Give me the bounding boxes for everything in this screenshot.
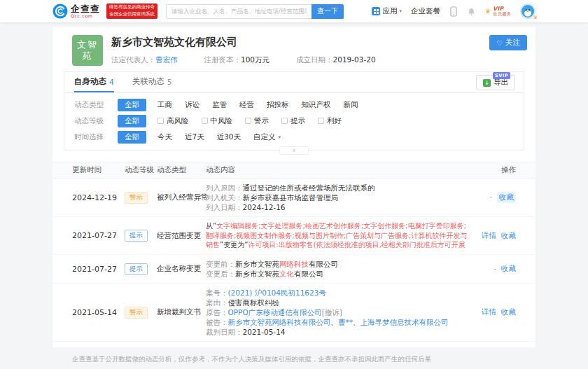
dash-placeholder: -: [489, 192, 492, 203]
filter-option[interactable]: 今天: [158, 132, 172, 142]
row-dynamic-type: 被列入经营异常: [157, 193, 206, 202]
filter-option[interactable]: 高风险: [158, 116, 189, 126]
avatar-medal-icon: ♛: [533, 15, 538, 20]
table-header-cell: 更新时间: [72, 165, 125, 175]
established-date: 成立日期：2019-03-20: [296, 55, 376, 65]
detail-link[interactable]: 详情: [482, 231, 496, 241]
filter-chip-all[interactable]: 全部: [118, 115, 146, 127]
table-row: 2021-07-27提示经营范围变更从“文字编辑服务;文字处理服务;绘画艺术创作…: [52, 217, 536, 255]
filter-option[interactable]: 近30天: [217, 132, 241, 142]
logo-text: 企查查: [71, 4, 100, 13]
filter-option[interactable]: 监管: [212, 100, 227, 110]
qcc-logo[interactable]: 企查查 Qcc.com 缔造有远见的商业传奇 全国企业信用查询系统: [52, 4, 158, 19]
filter-option-label: 工商: [158, 100, 172, 110]
filter-option[interactable]: 工商: [158, 100, 172, 110]
content-link[interactable]: OPPO广东移动通信有限公司: [228, 308, 322, 316]
row-level-cell: 提示: [125, 263, 157, 275]
row-actions: 详情收藏: [475, 307, 516, 317]
content-text: 新乡市文智苑: [235, 270, 279, 278]
tab-related-dynamics[interactable]: 关联动态5: [132, 72, 172, 92]
content-text: 、: [331, 318, 339, 326]
row-level-cell: 警示: [125, 307, 157, 319]
row-update-date: 2021-05-14: [72, 308, 125, 317]
chevron-down-icon: ▾: [399, 8, 402, 14]
filter-option-label: 提示: [290, 116, 305, 126]
chevron-up-icon: ∧: [292, 148, 295, 153]
checkbox[interactable]: [245, 118, 251, 124]
follow-button[interactable]: ♡ 关注: [489, 35, 527, 50]
content-text: 列入原因：: [206, 183, 243, 192]
content-text: 从“: [206, 222, 216, 230]
vip-membership[interactable]: ♛ VIP 会员服务: [485, 6, 511, 18]
filter-option-label: 高风险: [167, 116, 189, 126]
export-icon: ↓: [483, 79, 491, 87]
filter-option-label: 近30天: [217, 132, 241, 142]
filter-option[interactable]: 近7天: [185, 132, 204, 142]
row-actions: -收藏: [475, 264, 516, 274]
crown-icon: ♛: [485, 8, 491, 15]
content-text: 案由：: [206, 298, 228, 307]
content-link[interactable]: 曹**: [338, 318, 353, 326]
filter-option[interactable]: 中风险: [202, 116, 233, 126]
table-row: 2021-05-14警示新增裁判文书案号：(2021) 沪0104民初11623…: [52, 284, 536, 342]
row-dynamic-content: 案号：(2021) 沪0104民初11623号案由：侵害商标权纠纷原告：OPPO…: [206, 288, 475, 337]
nav-enterprise-package[interactable]: 企业套餐: [411, 6, 440, 16]
tabs-row: 自身动态4关联动态5 ↓ 导出 SVIP: [64, 72, 524, 93]
filter-time-range: 时间选择全部今天近7天近30天自定义▾: [74, 131, 514, 143]
checkbox[interactable]: [318, 118, 324, 124]
heart-icon: ♡: [496, 39, 503, 47]
filter-option[interactable]: 提示: [281, 116, 305, 126]
checkbox[interactable]: [158, 118, 164, 124]
mobile-app-icon[interactable]: [449, 6, 458, 17]
content-text: 案号：: [206, 288, 228, 297]
favorite-link[interactable]: 收藏: [497, 192, 516, 203]
search-input[interactable]: [166, 4, 312, 19]
collapse-filters-button[interactable]: ∧: [279, 146, 309, 155]
tab-label: 关联动态: [132, 76, 164, 87]
row-actions: -收藏: [475, 192, 516, 203]
export-button[interactable]: ↓ 导出 SVIP: [476, 75, 515, 90]
filters-panel: 动态类型全部工商诉讼监管经营招投标知识产权新闻动态等级全部高风险中风险警示提示利…: [64, 93, 524, 150]
favorite-link[interactable]: 收藏: [501, 264, 516, 274]
filter-option-label: 近7天: [185, 132, 204, 142]
qcc-logo-icon: [52, 4, 68, 19]
filter-option[interactable]: 知识产权: [302, 100, 331, 110]
filter-option[interactable]: 利好: [318, 116, 342, 126]
filter-option-label: 利好: [327, 116, 342, 126]
brand-slogan: 缔造有远见的商业传奇 全国企业信用查询系统: [106, 4, 158, 19]
content-link[interactable]: 新乡市文智苑网络科技有限公司: [228, 318, 331, 326]
search-button[interactable]: 查一下: [312, 4, 344, 19]
filter-option[interactable]: 诉讼: [185, 100, 200, 110]
content-text: 有限公司: [309, 260, 338, 268]
favorite-link[interactable]: 收藏: [501, 231, 516, 241]
search-bar: 查一下: [166, 4, 344, 19]
filter-option[interactable]: 警示: [245, 116, 269, 126]
filter-chip-all[interactable]: 全部: [118, 131, 146, 144]
checkbox[interactable]: [281, 118, 288, 124]
content-text: 列入机关：: [206, 193, 243, 202]
filter-option[interactable]: 新闻: [344, 100, 358, 110]
checkbox[interactable]: [202, 118, 208, 124]
filter-option[interactable]: 自定义▾: [253, 132, 281, 142]
user-avatar[interactable]: ♛: [520, 4, 536, 19]
notifications-bell-icon[interactable]: [467, 6, 476, 16]
content-text: 网络科技: [279, 260, 309, 268]
content-line: 列入原因：通过登记的住所或者经营场所无法联系的: [206, 183, 468, 193]
row-dynamic-type: 经营范围变更: [157, 231, 206, 241]
legal-representative-link[interactable]: 曹宏伟: [155, 55, 178, 64]
nav-apps[interactable]: 应用 ▾: [372, 6, 402, 16]
filter-option-label: 监管: [212, 100, 227, 110]
content-link[interactable]: 上海寻梦信息技术有限公司: [360, 318, 449, 326]
content-text: 有限公司: [294, 270, 323, 278]
tab-self-dynamics[interactable]: 自身动态4: [74, 72, 114, 92]
filter-chip-all[interactable]: 全部: [118, 99, 146, 111]
filter-dynamic-level: 动态等级全部高风险中风险警示提示利好: [74, 115, 514, 127]
filter-option[interactable]: 经营: [239, 100, 254, 110]
favorite-link[interactable]: 收藏: [501, 307, 516, 317]
content-link[interactable]: (2021) 沪0104民初11623号: [228, 288, 326, 297]
filter-option[interactable]: 招投标: [267, 100, 289, 110]
logo-subtext: Qcc.com: [71, 14, 100, 18]
detail-link[interactable]: 详情: [482, 307, 496, 317]
content-line: 变更前：新乡市文智苑网络科技有限公司: [206, 259, 468, 269]
footer-disclaimer: 企查查基于公开数据做的动态分析，仅作参考，不作为个人决策及媒体引用的依据，企查查…: [52, 355, 536, 364]
